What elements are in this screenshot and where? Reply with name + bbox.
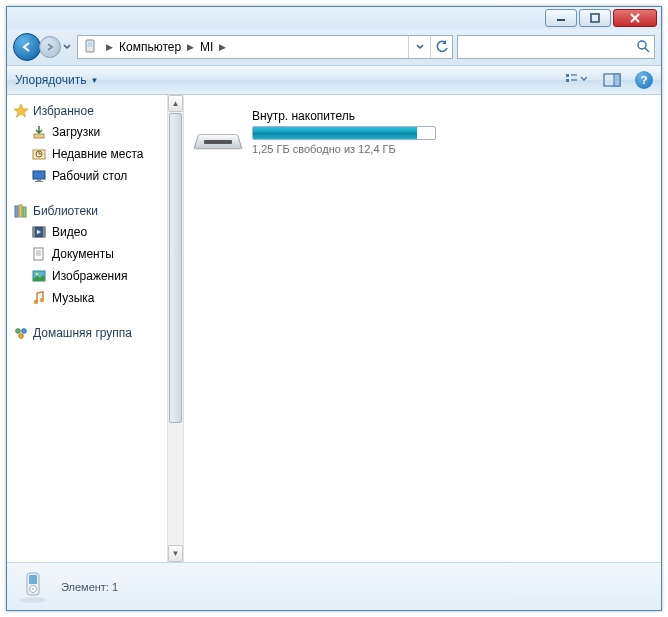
sidebar-item-pictures[interactable]: Изображения: [13, 265, 167, 287]
svg-rect-19: [19, 205, 22, 217]
svg-point-34: [19, 334, 24, 339]
chevron-down-icon: [63, 44, 71, 50]
tree-item-label: Изображения: [52, 269, 127, 283]
view-options-button[interactable]: [563, 69, 589, 91]
drive-item[interactable]: Внутр. накопитель 1,25 ГБ свободно из 12…: [196, 109, 649, 155]
search-box[interactable]: [457, 35, 655, 59]
preview-pane-button[interactable]: [599, 69, 625, 91]
close-icon: [629, 13, 641, 23]
drive-info: Внутр. накопитель 1,25 ГБ свободно из 12…: [252, 109, 436, 155]
svg-point-39: [32, 587, 34, 589]
content-area: Избранное Загрузки Недавние места: [7, 95, 661, 562]
breadcrumb-computer[interactable]: Компьютер: [117, 40, 183, 54]
address-bar[interactable]: ▶ Компьютер ▶ MI ▶: [77, 35, 453, 59]
maximize-button[interactable]: [579, 9, 611, 27]
tree-item-label: Документы: [52, 247, 114, 261]
drive-free-text: 1,25 ГБ свободно из 12,4 ГБ: [252, 143, 436, 155]
navigation-pane: Избранное Загрузки Недавние места: [7, 95, 167, 562]
pictures-icon: [31, 268, 47, 284]
sidebar-item-documents[interactable]: Документы: [13, 243, 167, 265]
breadcrumb-arrow[interactable]: ▶: [183, 42, 198, 52]
refresh-button[interactable]: [430, 36, 452, 58]
drive-name: Внутр. накопитель: [252, 109, 436, 126]
status-text: Элемент: 1: [61, 581, 118, 593]
sidebar-scrollbar[interactable]: ▲ ▼: [167, 95, 184, 562]
file-list-pane[interactable]: Внутр. накопитель 1,25 ГБ свободно из 12…: [184, 95, 661, 562]
homegroup-label: Домашняя группа: [33, 326, 132, 340]
svg-rect-1: [591, 14, 599, 22]
breadcrumb-arrow[interactable]: ▶: [102, 42, 117, 52]
homegroup-icon: [13, 325, 29, 341]
address-right: [408, 36, 452, 58]
tree-item-label: Рабочий стол: [52, 169, 127, 183]
arrow-left-icon: [20, 40, 34, 54]
tree-item-label: Видео: [52, 225, 87, 239]
svg-point-31: [40, 298, 44, 302]
nav-row: ▶ Компьютер ▶ MI ▶: [7, 29, 661, 65]
titlebar: [7, 7, 661, 29]
tree-homegroup[interactable]: Домашняя группа: [13, 323, 167, 343]
drive-usage-fill: [253, 127, 417, 139]
svg-rect-6: [566, 74, 569, 77]
back-button[interactable]: [13, 33, 41, 61]
arrow-right-icon: [45, 42, 55, 52]
breadcrumb-mi[interactable]: MI: [198, 40, 215, 54]
scroll-down-button[interactable]: ▼: [168, 545, 183, 562]
sidebar-item-music[interactable]: Музыка: [13, 287, 167, 309]
sidebar-item-video[interactable]: Видео: [13, 221, 167, 243]
svg-point-32: [16, 329, 21, 334]
svg-rect-3: [88, 42, 92, 47]
close-button[interactable]: [613, 9, 657, 27]
drive-usage-bar: [252, 126, 436, 140]
tree-item-label: Загрузки: [52, 125, 100, 139]
tree-group-libraries: Библиотеки Видео Документы: [13, 201, 167, 309]
scroll-up-button[interactable]: ▲: [168, 95, 183, 112]
device-icon: [82, 39, 98, 55]
tree-favorites[interactable]: Избранное: [13, 101, 167, 121]
toolbar-right: ?: [563, 69, 653, 91]
drive-icon: [196, 119, 240, 151]
address-dropdown[interactable]: [408, 36, 430, 58]
downloads-icon: [31, 124, 47, 140]
chevron-down-icon: [416, 44, 424, 50]
svg-rect-15: [33, 171, 45, 179]
status-bar: Элемент: 1: [7, 562, 661, 610]
organize-label: Упорядочить: [15, 73, 86, 87]
explorer-window: ▶ Компьютер ▶ MI ▶ Упорядочить ▼: [6, 6, 662, 611]
svg-rect-7: [566, 79, 569, 82]
tree-group-homegroup: Домашняя группа: [13, 323, 167, 343]
device-large-icon: [17, 570, 49, 604]
documents-icon: [31, 246, 47, 262]
search-icon: [636, 39, 650, 56]
svg-rect-16: [37, 179, 41, 181]
svg-rect-23: [43, 227, 45, 237]
scroll-thumb[interactable]: [169, 113, 182, 423]
help-icon: ?: [641, 74, 648, 86]
organize-menu[interactable]: Упорядочить ▼: [15, 73, 98, 87]
tree-libraries[interactable]: Библиотеки: [13, 201, 167, 221]
forward-button[interactable]: [39, 36, 61, 58]
nav-history-dropdown[interactable]: [61, 35, 73, 59]
svg-point-35: [20, 597, 46, 603]
view-icon: [565, 72, 587, 88]
desktop-icon: [31, 168, 47, 184]
minimize-button[interactable]: [545, 9, 577, 27]
sidebar-item-recent[interactable]: Недавние места: [13, 143, 167, 165]
svg-rect-24: [34, 248, 43, 260]
recent-icon: [31, 146, 47, 162]
svg-rect-22: [33, 227, 35, 237]
help-button[interactable]: ?: [635, 71, 653, 89]
minimize-icon: [556, 13, 566, 23]
tree-item-label: Недавние места: [52, 147, 143, 161]
sidebar-item-downloads[interactable]: Загрузки: [13, 121, 167, 143]
chevron-down-icon: ▼: [90, 76, 98, 85]
music-icon: [31, 290, 47, 306]
svg-rect-11: [614, 74, 620, 86]
svg-line-5: [645, 48, 649, 52]
svg-rect-17: [35, 181, 43, 182]
preview-pane-icon: [603, 73, 621, 87]
video-icon: [31, 224, 47, 240]
breadcrumb-arrow[interactable]: ▶: [215, 42, 230, 52]
refresh-icon: [435, 40, 449, 54]
sidebar-item-desktop[interactable]: Рабочий стол: [13, 165, 167, 187]
